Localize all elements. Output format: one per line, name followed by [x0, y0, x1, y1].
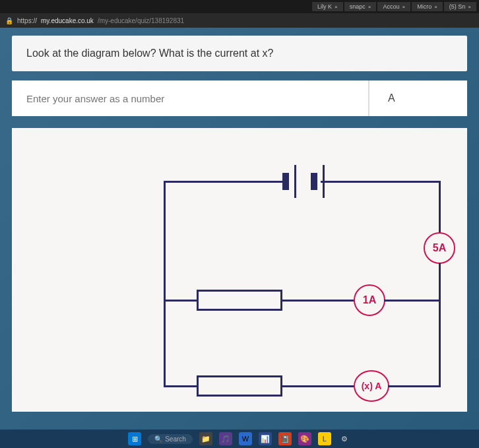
taskbar-app-icon[interactable]: W — [239, 432, 252, 445]
resistor-bottom — [197, 375, 282, 397]
search-icon: 🔍 — [154, 435, 162, 443]
tab-sn[interactable]: (5) Sn × — [444, 2, 476, 11]
ammeter-1a: 1A — [354, 284, 385, 316]
battery-symbol — [282, 165, 325, 198]
ammeter-x: (x) A — [354, 370, 389, 402]
resistor-top — [197, 290, 282, 311]
taskbar-app-icon[interactable]: 📊 — [259, 432, 272, 445]
answer-row: A — [12, 80, 467, 116]
taskbar-app-icon[interactable]: 📓 — [278, 432, 292, 445]
url-domain: my.educake.co.uk — [41, 17, 94, 24]
taskbar-app-icon[interactable]: 🎨 — [298, 432, 311, 445]
url-path: /my-educake/quiz/138192831 — [98, 17, 184, 24]
close-icon[interactable]: × — [468, 4, 471, 10]
taskbar-app-icon[interactable]: 📁 — [199, 432, 212, 445]
answer-unit: A — [368, 80, 467, 116]
taskbar-app-icon[interactable]: 🎵 — [219, 432, 232, 445]
taskbar-app-icon[interactable]: L — [318, 432, 331, 445]
close-icon[interactable]: × — [434, 4, 437, 10]
content-area: Look at the diagram below? What is the c… — [0, 28, 479, 430]
close-icon[interactable]: × — [368, 4, 371, 10]
tab-micro[interactable]: Micro × — [412, 2, 443, 11]
close-icon[interactable]: × — [402, 4, 405, 10]
circuit-diagram: 5A 1A (x) A — [12, 128, 467, 412]
ammeter-5a: 5A — [424, 232, 455, 264]
url-bar[interactable]: 🔒 https://my.educake.co.uk/my-educake/qu… — [0, 13, 479, 28]
question-text: Look at the diagram below? What is the c… — [12, 36, 467, 71]
url-prefix: https:// — [17, 17, 37, 24]
settings-icon[interactable]: ⚙ — [338, 432, 351, 445]
taskbar-search[interactable]: 🔍 Search — [148, 434, 193, 444]
answer-input[interactable] — [12, 80, 368, 116]
start-icon[interactable]: ⊞ — [128, 432, 141, 445]
close-icon[interactable]: × — [335, 4, 338, 10]
tab-accou[interactable]: Accou × — [377, 2, 410, 11]
browser-tabs-bar: Lily K × snapc × Accou × Micro × (5) Sn … — [0, 0, 479, 13]
lock-icon: 🔒 — [5, 17, 13, 24]
tab-lily[interactable]: Lily K × — [312, 2, 343, 11]
taskbar: ⊞ 🔍 Search 📁 🎵 W 📊 📓 🎨 L ⚙ — [0, 430, 479, 448]
tab-snapc[interactable]: snapc × — [344, 2, 377, 11]
